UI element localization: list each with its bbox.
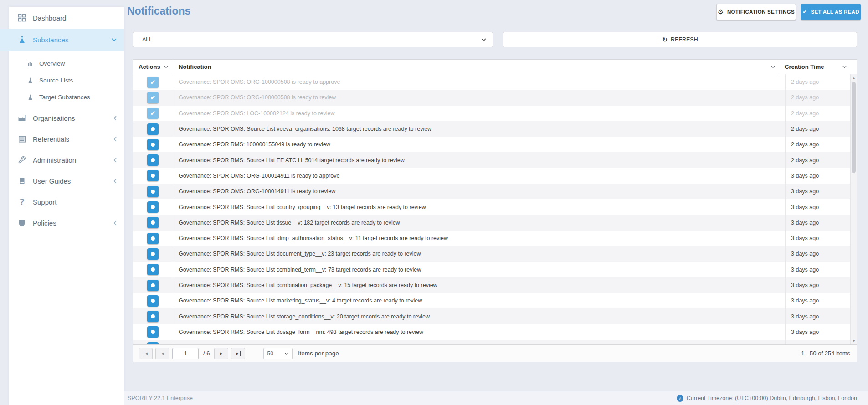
sidebar-item-target-substances[interactable]: Target Substances bbox=[9, 89, 124, 106]
toggle-read-button[interactable]: ✔ bbox=[147, 326, 159, 338]
refresh-icon: ↻ bbox=[662, 36, 668, 43]
actions-cell: ✔ bbox=[133, 324, 173, 340]
first-page-button[interactable]: ◂ bbox=[139, 348, 153, 359]
actions-cell: ✔ bbox=[133, 246, 173, 261]
dashboard-grid-icon bbox=[16, 14, 27, 22]
page-count-label: / 6 bbox=[203, 350, 210, 357]
toggle-read-button[interactable]: ✔ bbox=[147, 92, 159, 103]
toggle-read-button[interactable]: ✔ bbox=[147, 201, 159, 213]
creation-time-text: 2 days ago bbox=[786, 79, 850, 85]
notification-type-value: ALL bbox=[142, 36, 152, 43]
next-page-button[interactable]: ▸ bbox=[214, 348, 228, 359]
flask-icon bbox=[26, 77, 35, 83]
table-row[interactable]: ✔ Governance: SPOR RMS: Source List coun… bbox=[133, 199, 850, 215]
table-row[interactable]: ✔ Governance: SPOR OMS: Source List veev… bbox=[133, 121, 850, 137]
sidebar-item-source-lists[interactable]: Source Lists bbox=[9, 72, 124, 89]
toggle-read-button[interactable]: ✔ bbox=[147, 139, 159, 150]
refresh-label: REFRESH bbox=[671, 36, 698, 43]
sidebar-item-user-guides[interactable]: User Guides bbox=[9, 170, 124, 191]
notification-text: Governance: SPOR RMS: Source List combin… bbox=[173, 277, 786, 293]
chevron-left-icon bbox=[113, 158, 117, 163]
table-row[interactable]: ✔ Governance: SPOR RMS: Source List comb… bbox=[133, 262, 850, 277]
toggle-read-button[interactable]: ✔ bbox=[147, 217, 159, 228]
table-row[interactable]: ✔ Governance: SPOR RMS: Source List unit… bbox=[133, 340, 850, 344]
chevron-down-icon bbox=[481, 38, 486, 41]
table-row[interactable]: ✔ Governance: SPOR OMS: ORG-100000508 is… bbox=[133, 90, 850, 105]
toggle-read-button[interactable]: ✔ bbox=[147, 264, 159, 275]
column-menu-chevron-icon[interactable] bbox=[771, 66, 775, 68]
read-check-icon: ✔ bbox=[150, 110, 155, 117]
toggle-read-button[interactable]: ✔ bbox=[147, 311, 159, 322]
creation-time-text: 3 days ago bbox=[786, 297, 850, 304]
table-row[interactable]: ✔ Governance: SPOR OMS: LOC-100002124 is… bbox=[133, 106, 850, 121]
table-row[interactable]: ✔ Governance: SPOR RMS: Source List idmp… bbox=[133, 231, 850, 246]
toggle-read-button[interactable]: ✔ bbox=[147, 170, 159, 181]
previous-page-button[interactable]: ◂ bbox=[155, 348, 169, 359]
notification-text: Governance: SPOR OMS: ORG-100000508 is r… bbox=[173, 90, 786, 105]
toggle-read-button[interactable]: ✔ bbox=[147, 233, 159, 244]
page-number-input[interactable] bbox=[172, 348, 199, 359]
notifications-grid: Actions Notification Creation Time bbox=[133, 59, 857, 362]
table-row[interactable]: ✔ Governance: SPOR RMS: 100000155049 is … bbox=[133, 137, 850, 152]
notification-text: Governance: SPOR RMS: 100000155049 is re… bbox=[173, 137, 786, 152]
toggle-read-button[interactable]: ✔ bbox=[147, 123, 159, 135]
last-page-button[interactable]: ▸ bbox=[231, 348, 245, 359]
sidebar-item-label: Referentials bbox=[33, 135, 69, 143]
table-row[interactable]: ✔ Governance: SPOR OMS: ORG-100014911 is… bbox=[133, 168, 850, 184]
table-row[interactable]: ✔ Governance: SPOR RMS: Source List stor… bbox=[133, 308, 850, 324]
creation-time-text: 2 days ago bbox=[786, 157, 850, 164]
column-header-actions[interactable]: Actions bbox=[133, 60, 173, 74]
column-header-notification[interactable]: Notification bbox=[173, 60, 779, 74]
notification-settings-button[interactable]: ⚙ NOTIFICATION SETTINGS bbox=[716, 4, 796, 20]
set-all-as-read-button[interactable]: ✔ SET ALL AS READ bbox=[801, 4, 861, 20]
sidebar-item-dashboard[interactable]: Dashboard bbox=[9, 7, 124, 29]
sidebar-item-label: Dashboard bbox=[33, 14, 66, 22]
toggle-read-button[interactable]: ✔ bbox=[147, 280, 159, 291]
check-icon: ✔ bbox=[802, 9, 807, 15]
scrollbar-thumb[interactable] bbox=[852, 82, 856, 173]
grid-scrollbar[interactable]: ▲ ▼ bbox=[850, 74, 857, 344]
toggle-read-button[interactable]: ✔ bbox=[147, 154, 159, 166]
table-row[interactable]: ✔ Governance: SPOR RMS: Source List mark… bbox=[133, 293, 850, 308]
table-row[interactable]: ✔ Governance: SPOR RMS: Source List tiss… bbox=[133, 215, 850, 231]
refresh-button[interactable]: ↻ REFRESH bbox=[503, 32, 857, 47]
book-icon bbox=[16, 177, 27, 185]
scroll-up-icon[interactable]: ▲ bbox=[851, 75, 857, 81]
sidebar-item-label: Administration bbox=[33, 156, 76, 164]
sidebar-item-referentials[interactable]: Referentials bbox=[9, 128, 124, 149]
toggle-read-button[interactable]: ✔ bbox=[147, 77, 159, 88]
toggle-read-button[interactable]: ✔ bbox=[147, 108, 159, 119]
table-row[interactable]: ✔ Governance: SPOR OMS: ORG-100014911 is… bbox=[133, 184, 850, 199]
sidebar-item-support[interactable]: ? Support bbox=[9, 191, 124, 212]
unread-dot-icon bbox=[151, 267, 155, 272]
column-menu-chevron-icon[interactable] bbox=[842, 66, 847, 68]
table-row[interactable]: ✔ Governance: SPOR RMS: Source List comb… bbox=[133, 277, 850, 293]
question-icon: ? bbox=[16, 198, 27, 206]
toggle-read-button[interactable]: ✔ bbox=[147, 248, 159, 260]
column-menu-chevron-icon[interactable] bbox=[164, 66, 168, 68]
seek-bar bbox=[240, 351, 241, 356]
sidebar-item-administration[interactable]: Administration bbox=[9, 149, 124, 170]
actions-cell: ✔ bbox=[133, 137, 173, 152]
creation-time-text: 2 days ago bbox=[786, 126, 850, 132]
notification-type-select[interactable]: ALL bbox=[133, 32, 493, 47]
sidebar-item-overview[interactable]: Overview bbox=[9, 55, 124, 72]
table-row[interactable]: ✔ Governance: SPOR OMS: ORG-100000508 is… bbox=[133, 74, 850, 90]
page-size-value: 50 bbox=[267, 350, 273, 357]
toggle-read-button[interactable]: ✔ bbox=[147, 186, 159, 197]
arrow-right-icon: ▸ bbox=[220, 350, 223, 357]
scroll-down-icon[interactable]: ▼ bbox=[851, 338, 857, 344]
sidebar-item-substances[interactable]: Substances bbox=[0, 29, 124, 51]
toggle-read-button[interactable]: ✔ bbox=[147, 342, 159, 344]
table-row[interactable]: ✔ Governance: SPOR RMS: Source List EE A… bbox=[133, 152, 850, 168]
table-row[interactable]: ✔ Governance: SPOR RMS: Source List docu… bbox=[133, 246, 850, 261]
sidebar-item-organisations[interactable]: Organisations bbox=[9, 108, 124, 128]
sidebar-item-policies[interactable]: Policies bbox=[9, 212, 124, 233]
notification-text: Governance: SPOR OMS: ORG-100000508 is r… bbox=[173, 74, 786, 90]
actions-cell: ✔ bbox=[133, 231, 173, 246]
creation-time-text: 3 days ago bbox=[786, 204, 850, 210]
column-header-creation-time[interactable]: Creation Time bbox=[779, 60, 850, 74]
table-row[interactable]: ✔ Governance: SPOR RMS: Source List dosa… bbox=[133, 324, 850, 340]
page-size-select[interactable]: 50 bbox=[263, 348, 293, 359]
toggle-read-button[interactable]: ✔ bbox=[147, 295, 159, 307]
